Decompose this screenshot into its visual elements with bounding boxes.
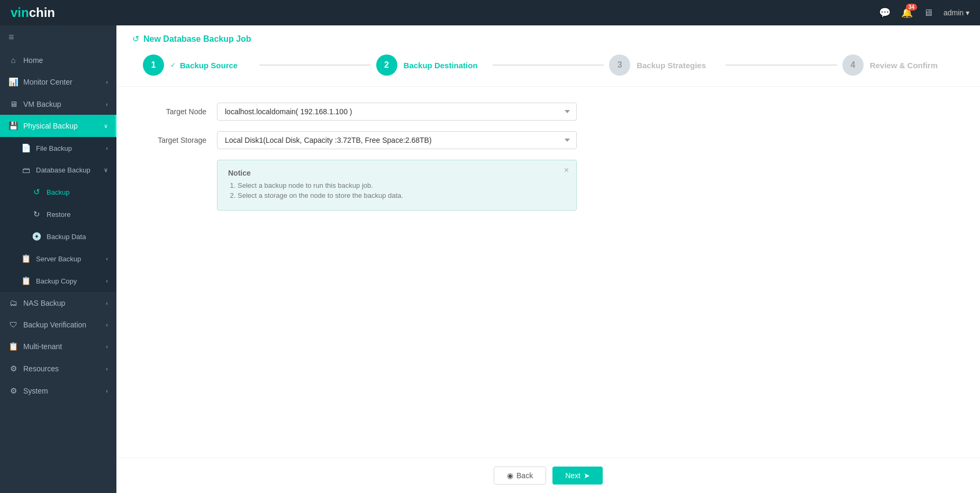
content-area: ↺ New Database Backup Job 1 ✓ Backup Sou… [116,25,980,458]
logo: vinchin [11,5,55,20]
backup-icon: ↺ [32,187,41,197]
back-icon: ◉ [507,471,513,480]
vm-backup-icon: 🖥 [8,99,18,108]
sidebar-label-monitor-center: Monitor Center [23,78,72,86]
notifications-icon[interactable]: 🔔 34 [901,7,913,19]
target-node-row: Target Node localhost.localdomain( 192.1… [138,103,959,121]
chevron-icon: ‹ [106,322,108,328]
sidebar-label-backup-verification: Backup Verification [23,321,86,329]
page-title: New Database Backup Job [143,34,251,44]
chevron-icon: ‹ [106,278,108,284]
sidebar-item-backup-verification[interactable]: 🛡 Backup Verification ‹ [0,314,116,335]
step-divider-2 [493,65,604,66]
admin-menu[interactable]: admin ▾ [943,8,969,17]
multi-tenant-icon: 📋 [8,342,18,351]
backup-verification-icon: 🛡 [8,320,18,329]
sidebar-item-restore[interactable]: ↻ Restore [0,203,116,225]
chevron-icon: ‹ [106,366,108,372]
sidebar-label-nas-backup: NAS Backup [23,299,65,307]
sidebar-item-monitor-center[interactable]: 📊 Monitor Center ‹ [0,71,116,93]
sidebar-item-nas-backup[interactable]: 🗂 NAS Backup ‹ [0,292,116,314]
monitor-icon[interactable]: 🖥 [923,7,933,19]
sidebar-item-home[interactable]: ⌂ Home [0,49,116,71]
target-node-label: Target Node [138,107,206,116]
sidebar-item-backup[interactable]: ↺ Backup [0,181,116,203]
sidebar-label-home: Home [23,56,43,65]
sidebar-label-multi-tenant: Multi-tenant [23,342,62,351]
sidebar-label-system: System [23,387,48,395]
step-3-number: 3 [618,60,622,70]
step-4-circle: 4 [842,54,864,76]
step-1-number: 1 [151,60,156,70]
sidebar-item-backup-data[interactable]: 💿 Backup Data [0,225,116,248]
chevron-icon: ‹ [106,79,108,85]
notice-close-button[interactable]: × [564,166,569,175]
refresh-icon[interactable]: ↺ [132,34,139,44]
step-1: 1 ✓ Backup Source [143,54,254,76]
page-header: ↺ New Database Backup Job 1 ✓ Backup Sou… [116,25,980,87]
backup-copy-icon: 📋 [21,276,31,286]
notice-list: Select a backup node to run this backup … [228,181,566,199]
home-icon: ⌂ [8,56,18,65]
file-backup-icon: 📄 [21,143,31,153]
step-2-number: 2 [384,60,389,70]
notification-badge: 34 [906,4,917,11]
sidebar-label-backup-data: Backup Data [47,233,86,241]
sidebar-label-backup-copy: Backup Copy [36,277,77,285]
monitor-center-icon: 📊 [8,77,18,87]
sidebar-item-physical-backup[interactable]: 💾 Physical Backup ∨ [0,115,116,137]
database-backup-icon: 🗃 [21,166,31,175]
step-4-label: Review & Confirm [870,61,938,70]
next-label: Next [565,471,580,480]
step-3: 3 Backup Strategies [609,54,720,76]
back-button[interactable]: ◉ Back [494,467,546,485]
sidebar-item-resources[interactable]: ⚙ Resources ‹ [0,358,116,380]
step-1-check: ✓ [170,61,176,69]
sidebar: ≡ ⌂ Home 📊 Monitor Center ‹ 🖥 VM Backup … [0,25,116,493]
target-storage-label: Target Storage [138,136,206,144]
sidebar-item-multi-tenant[interactable]: 📋 Multi-tenant ‹ [0,335,116,358]
sidebar-label-restore: Restore [47,211,71,218]
chevron-down-icon: ∨ [104,167,108,174]
sidebar-item-vm-backup[interactable]: 🖥 VM Backup ‹ [0,93,116,115]
chevron-icon: ‹ [106,255,108,262]
notice-item-1: Select a backup node to run this backup … [238,181,566,189]
next-icon: ➤ [584,471,590,480]
sidebar-item-backup-copy[interactable]: 📋 Backup Copy ‹ [0,270,116,292]
sidebar-item-database-backup[interactable]: 🗃 Database Backup ∨ [0,159,116,181]
physical-backup-icon: 💾 [8,121,18,131]
resources-icon: ⚙ [8,364,18,373]
sidebar-item-system[interactable]: ⚙ System ‹ [0,380,116,402]
backup-data-icon: 💿 [32,232,41,241]
steps-container: 1 ✓ Backup Source 2 Backup Destination [132,54,964,86]
restore-icon: ↻ [32,209,41,219]
messages-icon[interactable]: 💬 [879,7,891,19]
target-storage-row: Target Storage Local Disk1(Local Disk, C… [138,131,959,149]
step-4: 4 Review & Confirm [842,54,954,76]
target-storage-control: Local Disk1(Local Disk, Capacity :3.72TB… [217,131,577,149]
sidebar-item-file-backup[interactable]: 📄 File Backup ‹ [0,137,116,159]
nas-backup-icon: 🗂 [8,298,18,307]
sidebar-label-backup: Backup [47,188,69,196]
sidebar-label-file-backup: File Backup [36,144,72,152]
sidebar-label-database-backup: Database Backup [36,166,90,174]
sidebar-label-vm-backup: VM Backup [23,100,61,108]
step-2-circle: 2 [376,54,397,76]
sidebar-item-server-backup[interactable]: 📋 Server Backup ‹ [0,248,116,270]
step-1-circle: 1 [143,54,164,76]
notice-box: × Notice Select a backup node to run thi… [217,160,577,211]
top-header: vinchin 💬 🔔 34 🖥 admin ▾ [0,0,980,25]
chevron-icon: ‹ [106,343,108,350]
notice-item-2: Select a storage on the node to store th… [238,191,566,199]
sidebar-label-physical-backup: Physical Backup [23,122,78,130]
sidebar-toggle[interactable]: ≡ [0,25,116,49]
next-button[interactable]: Next ➤ [552,467,603,485]
footer-buttons: ◉ Back Next ➤ [116,458,980,493]
target-storage-select[interactable]: Local Disk1(Local Disk, Capacity :3.72TB… [217,131,577,149]
sidebar-label-resources: Resources [23,364,59,373]
system-icon: ⚙ [8,386,18,396]
header-right: 💬 🔔 34 🖥 admin ▾ [879,7,969,19]
step-divider-3 [725,65,837,66]
target-node-select[interactable]: localhost.localdomain( 192.168.1.100 ) [217,103,577,121]
main-content: ↺ New Database Backup Job 1 ✓ Backup Sou… [116,25,980,493]
